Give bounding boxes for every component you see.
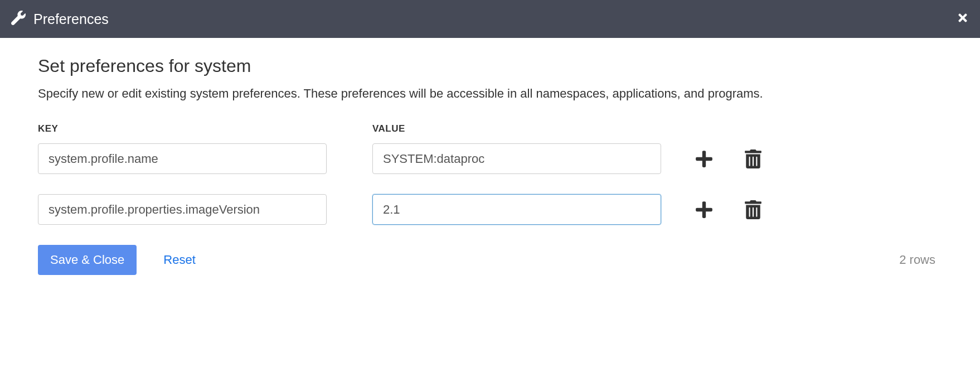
column-header-value: VALUE [372, 123, 405, 134]
page-description: Specify new or edit existing system pref… [38, 84, 942, 103]
footer-left: Save & Close Reset [38, 245, 196, 275]
reset-button[interactable]: Reset [163, 253, 195, 267]
row-count: 2 rows [899, 253, 935, 267]
page-title: Set preferences for system [38, 56, 942, 76]
header-left: Preferences [11, 11, 109, 27]
plus-icon[interactable] [695, 200, 714, 219]
trash-icon[interactable] [744, 149, 763, 168]
preferences-table: KEY VALUE [38, 123, 942, 225]
wrench-icon [11, 11, 26, 27]
plus-icon[interactable] [695, 149, 714, 168]
table-headers: KEY VALUE [38, 123, 942, 134]
value-input[interactable] [372, 194, 661, 225]
table-row [38, 143, 942, 174]
close-icon[interactable] [957, 12, 969, 26]
key-input[interactable] [38, 194, 327, 225]
table-row [38, 194, 942, 225]
row-actions [695, 200, 763, 219]
column-header-key: KEY [38, 123, 372, 134]
modal-header: Preferences [0, 0, 980, 38]
value-input[interactable] [372, 143, 661, 174]
key-input[interactable] [38, 143, 327, 174]
row-actions [695, 149, 763, 168]
trash-icon[interactable] [744, 200, 763, 219]
modal-title: Preferences [33, 11, 109, 27]
footer: Save & Close Reset 2 rows [38, 245, 942, 275]
modal-content: Set preferences for system Specify new o… [0, 38, 980, 293]
save-close-button[interactable]: Save & Close [38, 245, 137, 275]
